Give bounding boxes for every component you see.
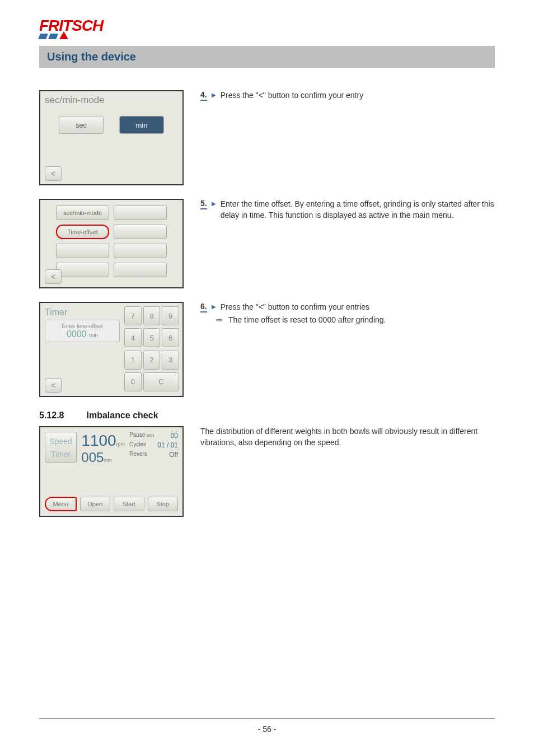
speed-unit: rpm [116, 441, 125, 447]
pause-unit: min [147, 433, 154, 438]
speed-timer-box[interactable]: Speed Timer [45, 432, 77, 463]
time-offset-value: 0000 [67, 329, 87, 339]
pause-value: 00 [171, 432, 178, 440]
step-arrow-icon: ▶ [212, 90, 216, 100]
cycles-label: Cycles [129, 441, 146, 449]
step-4-row: sec/min-mode sec min < 4. ▶ Press the "<… [39, 90, 495, 185]
revers-value: Off [169, 451, 178, 459]
step-6: 6. ▶ Press the "<" button to confirm you… [200, 302, 495, 313]
key-6[interactable]: 6 [162, 328, 179, 347]
blank-button-1[interactable] [114, 206, 167, 220]
min-button[interactable]: min [119, 116, 164, 134]
screenshot-time-offset-menu: sec/min-mode Time-offset < [39, 199, 190, 288]
key-7[interactable]: 7 [124, 306, 142, 325]
screen3-title: Timer [45, 307, 120, 318]
timer-value: 005 [81, 450, 104, 465]
numeric-keypad: 7 8 9 4 5 6 1 2 3 0 C [124, 303, 182, 396]
step-5-row: sec/min-mode Time-offset < 5. ▶ Enter th… [39, 199, 495, 288]
back-button[interactable]: < [45, 378, 62, 393]
key-1[interactable]: 1 [124, 351, 142, 370]
step-number: 5. [200, 199, 207, 209]
step-text: Enter the time offset. By entering a tim… [221, 199, 495, 221]
revers-label: Revers [129, 451, 147, 459]
subsection-heading: 5.12.8 Imbalance check [39, 410, 495, 421]
step-number: 6. [200, 302, 207, 312]
key-5[interactable]: 5 [143, 328, 161, 347]
screen1-title: sec/min-mode [45, 95, 178, 106]
speed-value: 1100 [81, 432, 116, 449]
menu-button[interactable]: Menu [45, 497, 77, 511]
page-footer: - 56 - [39, 718, 495, 734]
step-5: 5. ▶ Enter the time offset. By entering … [200, 199, 495, 221]
time-offset-label: Enter time-offset [62, 323, 102, 329]
time-offset-button[interactable]: Time-offset [56, 225, 109, 239]
timer-label: Timer [51, 450, 71, 459]
blank-button-2[interactable] [114, 225, 167, 239]
screenshot-sec-min-mode: sec/min-mode sec min < [39, 90, 190, 185]
subsection-body: The distribution of different weights in… [200, 426, 495, 448]
time-offset-display: Enter time-offset 0000 min [45, 320, 120, 342]
stop-button[interactable]: Stop [148, 497, 179, 511]
sec-button[interactable]: sec [59, 116, 104, 134]
secmin-mode-button[interactable]: sec/min-mode [56, 206, 109, 220]
open-button[interactable]: Open [80, 497, 111, 511]
logo-shapes [39, 31, 495, 39]
blank-button-4[interactable] [114, 244, 167, 258]
step-6-row: Timer Enter time-offset 0000 min 7 8 9 4… [39, 302, 495, 397]
key-0[interactable]: 0 [124, 372, 142, 391]
page-number: - 56 - [258, 725, 277, 734]
step-text: Press the "<" button to confirm your ent… [221, 90, 495, 101]
timer-unit: min [104, 458, 112, 463]
key-clear[interactable]: C [143, 372, 179, 391]
start-button[interactable]: Start [114, 497, 144, 511]
screenshot-main-screen: Speed Timer 1100rpm 005min Pause min 00 [39, 426, 190, 517]
logo: FRITSCH [39, 17, 495, 39]
imbalance-row: Speed Timer 1100rpm 005min Pause min 00 [39, 426, 495, 517]
result-text: The time offset is reset to 0000 after g… [228, 315, 386, 324]
subsection-title: Imbalance check [86, 410, 158, 420]
blank-button-3[interactable] [56, 244, 109, 258]
step-text: Press the "<" button to confirm your ent… [221, 302, 495, 313]
screenshot-timer-keypad: Timer Enter time-offset 0000 min 7 8 9 4… [39, 302, 190, 397]
step-arrow-icon: ▶ [212, 199, 216, 209]
status-panel: Pause min 00 Cycles 01 / 01 Revers Off [129, 432, 178, 460]
step-4: 4. ▶ Press the "<" button to confirm you… [200, 90, 495, 101]
time-offset-unit: min [89, 332, 98, 338]
back-button[interactable]: < [45, 269, 62, 284]
section-heading: Using the device [39, 46, 495, 68]
blank-button-6[interactable] [114, 263, 167, 277]
key-4[interactable]: 4 [124, 328, 142, 347]
key-2[interactable]: 2 [143, 351, 161, 370]
subsection-number: 5.12.8 [39, 410, 84, 421]
cycles-value: 01 / 01 [157, 441, 178, 449]
step-6-result: ⇨ The time offset is reset to 0000 after… [200, 315, 495, 324]
key-3[interactable]: 3 [162, 351, 179, 370]
blank-button-5[interactable] [56, 263, 109, 277]
back-button[interactable]: < [45, 166, 62, 181]
step-number: 4. [200, 90, 207, 101]
result-arrow-icon: ⇨ [216, 315, 223, 324]
key-8[interactable]: 8 [143, 306, 161, 325]
pause-label: Pause [129, 432, 145, 438]
speed-label: Speed [49, 437, 72, 446]
step-arrow-icon: ▶ [212, 302, 216, 312]
key-9[interactable]: 9 [162, 306, 179, 325]
